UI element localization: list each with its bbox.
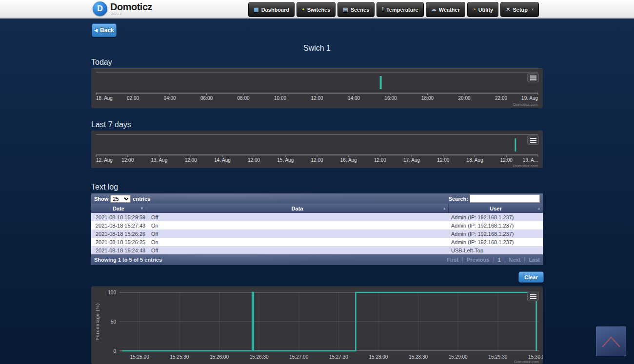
section-title-today: Today — [91, 58, 112, 67]
table-footer: Showing 1 to 5 of 5 entries First Previo… — [91, 254, 543, 265]
pagination-next[interactable]: Next — [505, 257, 521, 263]
svg-text:15:25:00: 15:25:00 — [130, 354, 149, 360]
pagination-last[interactable]: Last — [524, 257, 540, 263]
nav-scenes[interactable]: ▤ Scenes — [337, 2, 375, 17]
showing-entries-text: Showing 1 to 5 of 5 entries — [94, 257, 162, 263]
cell-data: Off — [146, 231, 449, 237]
nav-temperature[interactable]: ! Temperature — [376, 2, 424, 17]
cell-user: Admin (IP: 192.168.1.237) — [449, 214, 543, 220]
column-label: Date — [113, 206, 124, 211]
sort-desc-icon: ▾ — [141, 206, 143, 211]
clear-button[interactable]: Clear — [518, 271, 544, 283]
text-log-table: Show 25 entries Search: Date ▾ Data ▴ Us… — [91, 193, 543, 265]
section-title-textlog: Text log — [91, 183, 118, 192]
nav-weather[interactable]: ☁ Weather — [426, 2, 465, 17]
table-toolbar: Show 25 entries Search: — [91, 193, 543, 204]
nav-utility[interactable]: ◔ Utility — [467, 2, 498, 17]
svg-text:14:00: 14:00 — [348, 96, 360, 101]
show-label: Show — [94, 196, 108, 202]
svg-text:04:00: 04:00 — [163, 96, 176, 101]
svg-text:12:00: 12:00 — [185, 157, 197, 163]
nav-setup[interactable]: ✕ Setup ▾ — [500, 2, 539, 17]
domoticz-logo[interactable]: D Domoticz 2021.1 — [93, 1, 152, 16]
percentage-chart-canvas: 050100Percentage (%)15:25:0015:25:3015:2… — [91, 287, 543, 364]
nav-dashboard[interactable]: ▦ Dashboard — [248, 2, 295, 17]
svg-text:12:00: 12:00 — [248, 157, 260, 163]
weather-icon: ☁ — [431, 7, 436, 12]
back-arrow-icon: ◀ — [94, 28, 98, 33]
chart-menu-icon[interactable] — [527, 292, 539, 301]
column-label: User — [490, 206, 501, 211]
today-chart-canvas: 18. Aug02:0004:0006:0008:0010:0012:0014:… — [91, 69, 543, 109]
table-row[interactable]: 2021-08-18 15:26:25 On Admin (IP: 192.16… — [91, 238, 543, 246]
svg-text:18:00: 18:00 — [421, 96, 434, 101]
svg-text:100: 100 — [108, 290, 116, 295]
cell-user: Admin (IP: 192.168.1.237) — [449, 223, 543, 229]
cell-data: Off — [146, 248, 449, 253]
scroll-to-top-button[interactable] — [596, 326, 626, 356]
pagination-first[interactable]: First — [447, 257, 458, 263]
chart-menu-icon[interactable] — [527, 73, 539, 82]
column-header-date[interactable]: Date ▾ — [91, 204, 146, 213]
column-label: Data — [292, 206, 303, 211]
svg-text:15:26:00: 15:26:00 — [210, 354, 229, 360]
svg-text:0: 0 — [113, 348, 116, 354]
svg-text:18. Aug: 18. Aug — [467, 157, 483, 163]
svg-text:Domoticz.com: Domoticz.com — [514, 360, 539, 364]
temperature-icon: ! — [382, 7, 384, 12]
table-row[interactable]: 2021-08-18 15:29:59 Off Admin (IP: 192.1… — [91, 213, 543, 221]
svg-text:15:29:30: 15:29:30 — [488, 354, 507, 360]
svg-text:20:00: 20:00 — [458, 96, 470, 101]
back-button-label: Back — [100, 27, 114, 34]
main-nav: ▦ Dashboard ● Switches ▤ Scenes ! Temper… — [248, 2, 539, 17]
clear-button-label: Clear — [524, 274, 538, 280]
nav-label: Weather — [439, 7, 460, 13]
svg-text:08:00: 08:00 — [237, 96, 249, 101]
column-header-user[interactable]: User ▴ — [449, 204, 543, 213]
cell-date: 2021-08-18 15:26:25 — [91, 239, 146, 245]
page-size-select[interactable]: 25 — [110, 195, 131, 203]
top-header: D Domoticz 2021.1 ▦ Dashboard ● Switches… — [0, 0, 634, 19]
svg-text:12:00: 12:00 — [311, 96, 323, 101]
back-button[interactable]: ◀ Back — [92, 23, 117, 37]
pagination-page-1[interactable]: 1 — [493, 257, 500, 263]
svg-text:14. Aug: 14. Aug — [214, 157, 231, 163]
nav-label: Utility — [478, 7, 494, 13]
utility-icon: ◔ — [473, 7, 476, 12]
scenes-icon: ▤ — [343, 7, 348, 12]
svg-text:12:00: 12:00 — [500, 157, 513, 163]
nav-label: Switches — [307, 7, 331, 13]
search-input[interactable] — [470, 194, 540, 203]
svg-text:17. Aug: 17. Aug — [403, 157, 420, 163]
svg-text:13. Aug: 13. Aug — [151, 157, 167, 163]
svg-text:16:00: 16:00 — [384, 96, 396, 101]
cell-user: Admin (IP: 192.168.1.237) — [449, 239, 543, 245]
nav-label: Temperature — [386, 7, 418, 13]
pagination-previous[interactable]: Previous — [462, 257, 489, 263]
nav-switches[interactable]: ● Switches — [297, 2, 336, 17]
dropdown-caret-icon: ▾ — [532, 7, 534, 12]
table-row[interactable]: 2021-08-18 15:26:26 Off Admin (IP: 192.1… — [91, 230, 543, 238]
svg-text:12:00: 12:00 — [311, 157, 323, 163]
page-title: Swich 1 — [0, 44, 634, 53]
svg-text:15:26:30: 15:26:30 — [250, 354, 269, 360]
chart-menu-icon[interactable] — [527, 135, 539, 145]
table-header-row: Date ▾ Data ▴ User ▴ — [91, 204, 543, 213]
svg-text:19. Aug: 19. Aug — [521, 96, 538, 101]
column-header-data[interactable]: Data ▴ — [146, 204, 449, 213]
svg-text:10:00: 10:00 — [274, 96, 286, 101]
cell-data: On — [146, 223, 449, 229]
svg-text:18. Aug: 18. Aug — [96, 96, 113, 101]
cell-data: On — [146, 239, 449, 245]
cell-data: Off — [146, 214, 449, 220]
table-row[interactable]: 2021-08-18 15:24:48 Off USB-Left-Top — [91, 246, 543, 254]
dashboard-icon: ▦ — [254, 7, 258, 12]
svg-text:Domoticz.com: Domoticz.com — [513, 164, 538, 168]
last7days-chart: 12. Aug12:0013. Aug12:0014. Aug12:0015. … — [91, 131, 543, 168]
logo-version: 2021.1 — [111, 12, 152, 16]
table-row[interactable]: 2021-08-18 15:27:43 On Admin (IP: 192.16… — [91, 221, 543, 230]
last7days-chart-canvas: 12. Aug12:0013. Aug12:0014. Aug12:0015. … — [91, 131, 543, 169]
cell-date: 2021-08-18 15:24:48 — [91, 248, 146, 253]
nav-label: Setup — [513, 7, 528, 13]
section-title-last7days: Last 7 days — [91, 120, 131, 129]
